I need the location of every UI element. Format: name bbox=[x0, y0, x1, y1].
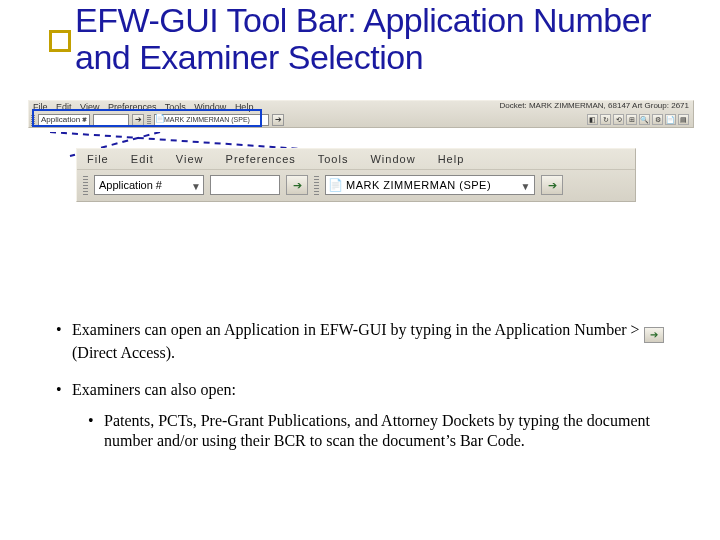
menubar: File Edit View Preferences Tools Window … bbox=[77, 149, 635, 169]
mini-menu-tools[interactable]: Tools bbox=[165, 102, 186, 112]
bullet-2-1: Patents, PCTs, Pre-Grant Publications, a… bbox=[92, 411, 676, 453]
slide-title: EFW-GUI Tool Bar: Application Number and… bbox=[75, 2, 695, 77]
zoomed-toolbar: File Edit View Preferences Tools Window … bbox=[76, 148, 636, 202]
menu-file[interactable]: File bbox=[87, 153, 109, 165]
menu-window[interactable]: Window bbox=[370, 153, 415, 165]
title-bullet-icon bbox=[49, 30, 71, 52]
mini-menu-file[interactable]: File bbox=[33, 102, 48, 112]
menu-view[interactable]: View bbox=[176, 153, 204, 165]
bullet-2: Examiners can also open: Patents, PCTs, … bbox=[60, 380, 676, 452]
mini-apptype-combo[interactable]: Application # bbox=[38, 114, 90, 126]
grip-icon bbox=[83, 175, 88, 195]
menu-prefs[interactable]: Preferences bbox=[226, 153, 296, 165]
bullet-1: Examiners can open an Application in EFW… bbox=[60, 320, 676, 364]
mini-examiner-combo[interactable]: MARK ZIMMERMAN (SPE) bbox=[154, 114, 269, 126]
tb-icon[interactable]: ⟲ bbox=[613, 114, 624, 125]
tb-icon[interactable]: 🔍 bbox=[639, 114, 650, 125]
mini-menu-help[interactable]: Help bbox=[235, 102, 254, 112]
go2-button[interactable]: ➔ bbox=[541, 175, 563, 195]
inline-go-icon: ➔ bbox=[644, 327, 664, 343]
grip-icon bbox=[314, 175, 319, 195]
mini-toolbar-icons: ◧ ↻ ⟲ ⊞ 🔍 ⚙ 📄 ▤ bbox=[587, 114, 689, 125]
mini-appnum-input[interactable] bbox=[93, 114, 129, 126]
tb-icon[interactable]: ⚙ bbox=[652, 114, 663, 125]
go-button[interactable]: ➔ bbox=[286, 175, 308, 195]
mini-go2-button[interactable]: ➔ bbox=[272, 114, 284, 126]
menu-tools[interactable]: Tools bbox=[318, 153, 349, 165]
apptype-combo[interactable]: Application # bbox=[94, 175, 204, 195]
tb-icon[interactable]: ▤ bbox=[678, 114, 689, 125]
tb-icon[interactable]: ↻ bbox=[600, 114, 611, 125]
grip-icon bbox=[147, 114, 151, 126]
tb-icon[interactable]: ◧ bbox=[587, 114, 598, 125]
mini-go-button[interactable]: ➔ bbox=[132, 114, 144, 126]
mini-toolbar-screenshot: Docket: MARK ZIMMERMAN, 68147 Art Group:… bbox=[28, 100, 694, 128]
menu-edit[interactable]: Edit bbox=[131, 153, 154, 165]
bullet-list: Examiners can open an Application in EFW… bbox=[44, 320, 676, 468]
appnum-input[interactable] bbox=[210, 175, 280, 195]
menu-help[interactable]: Help bbox=[438, 153, 465, 165]
tb-icon[interactable]: 📄 bbox=[665, 114, 676, 125]
grip-icon bbox=[31, 114, 35, 126]
tb-icon[interactable]: ⊞ bbox=[626, 114, 637, 125]
docket-text: Docket: MARK ZIMMERMAN, 68147 Art Group:… bbox=[500, 101, 689, 110]
examiner-combo[interactable]: MARK ZIMMERMAN (SPE) bbox=[325, 175, 535, 195]
mini-menu-window[interactable]: Window bbox=[194, 102, 226, 112]
mini-menu-edit[interactable]: Edit bbox=[56, 102, 72, 112]
mini-menu-view[interactable]: View bbox=[80, 102, 99, 112]
mini-menu-prefs[interactable]: Preferences bbox=[108, 102, 157, 112]
